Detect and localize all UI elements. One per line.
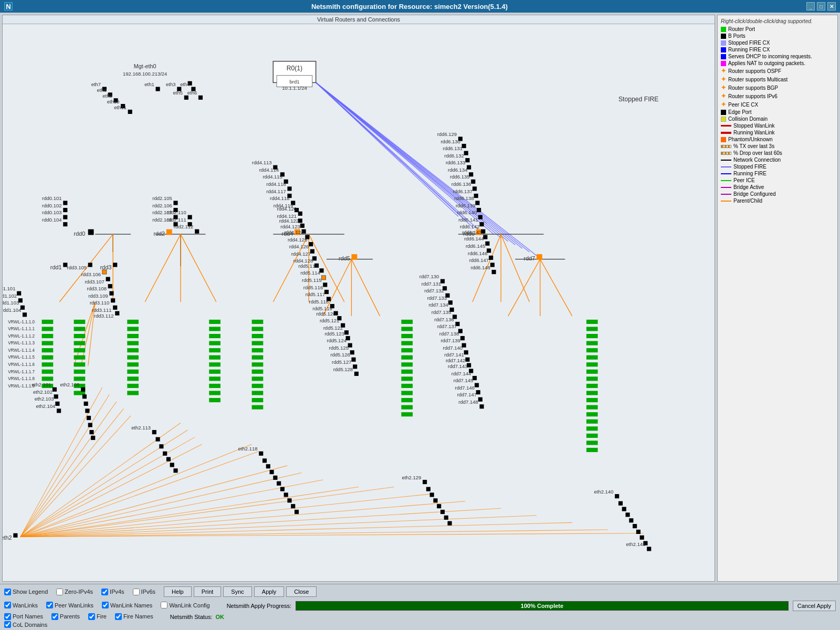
minimize-button[interactable]: _ xyxy=(806,2,815,10)
svg-text:rdd5.122: rdd5.122 xyxy=(323,325,343,331)
svg-rect-368 xyxy=(401,355,413,360)
svg-text:rdd5.126: rdd5.126 xyxy=(330,352,350,358)
peer-wan-links-checkbox[interactable] xyxy=(46,602,53,608)
parents-checkbox[interactable] xyxy=(51,613,58,620)
svg-text:eth2.101: eth2.101 xyxy=(32,382,51,387)
svg-text:rdd5.117: rdd5.117 xyxy=(306,291,325,297)
legend-label: % TX over last 3s xyxy=(733,143,774,149)
svg-rect-429 xyxy=(284,492,288,497)
legend-color-bridge-config xyxy=(721,194,731,195)
svg-text:VRWL-1.1.1.4: VRWL-1.1.1.4 xyxy=(8,348,35,353)
svg-text:brd1: brd1 xyxy=(289,79,299,85)
legend-color-stopped-fire-cx xyxy=(721,40,726,46)
close-button[interactable]: Close xyxy=(286,586,317,597)
svg-text:rdd5.116: rdd5.116 xyxy=(303,285,323,290)
legend-label: Router supports IPv6 xyxy=(728,93,778,99)
legend-color-phantom xyxy=(721,137,726,142)
status-value: OK xyxy=(216,614,225,620)
svg-rect-362 xyxy=(252,405,264,410)
ipv4s-checkbox[interactable] xyxy=(101,589,108,595)
svg-text:rdd6.133: rdd6.133 xyxy=(446,160,465,165)
svg-rect-356 xyxy=(252,362,264,366)
svg-rect-428 xyxy=(280,487,285,491)
svg-text:rdd6.134: rdd6.134 xyxy=(448,167,467,173)
maximize-button[interactable]: □ xyxy=(817,2,825,10)
svg-rect-336 xyxy=(127,384,139,388)
svg-text:rdd6.135: rdd6.135 xyxy=(450,174,469,180)
cancel-apply-button[interactable]: Cancel Apply xyxy=(793,601,836,611)
fire-checkbox[interactable] xyxy=(88,613,95,620)
svg-rect-204 xyxy=(474,194,478,198)
svg-text:rdd7.139: rdd7.139 xyxy=(440,338,460,343)
svg-rect-96 xyxy=(63,208,67,212)
help-button[interactable]: Help xyxy=(164,586,192,597)
port-names-checkbox[interactable] xyxy=(4,613,11,620)
title-bar: N Netsmith configuration for Resource: s… xyxy=(0,0,840,13)
svg-text:rdd3.105: rdd3.105 xyxy=(67,265,87,270)
svg-rect-328 xyxy=(127,327,139,331)
show-legend-checkbox[interactable] xyxy=(4,589,11,595)
fire-names-checkbox[interactable] xyxy=(115,613,122,620)
wan-link-names-checkbox[interactable] xyxy=(102,602,109,608)
svg-rect-296 xyxy=(42,320,54,324)
legend-item-collision-domain: Collision Domain xyxy=(721,116,834,122)
svg-rect-303 xyxy=(42,370,54,374)
wan-link-config-checkbox[interactable] xyxy=(161,602,167,608)
ipv4s-label: IPv4s xyxy=(110,589,124,595)
checkboxes-row3: Port Names Parents Fire Fire Names Netsm… xyxy=(4,613,836,620)
ipv6s-checkbox[interactable] xyxy=(133,589,140,595)
svg-rect-440 xyxy=(444,516,448,520)
print-button[interactable]: Print xyxy=(194,586,222,597)
checkboxes-row: Show Legend Zero-IPv4s IPv4s IPv6s Help … xyxy=(4,586,317,597)
svg-rect-369 xyxy=(401,362,413,366)
svg-rect-380 xyxy=(586,341,598,345)
svg-text:VRWL-1.1.1.8: VRWL-1.1.1.8 xyxy=(8,376,35,381)
svg-rect-218 xyxy=(485,242,489,246)
svg-rect-272 xyxy=(88,262,92,267)
svg-rect-126 xyxy=(287,186,291,191)
col-domains-checkbox[interactable] xyxy=(4,621,11,628)
svg-text:rdd6.131: rdd6.131 xyxy=(443,145,463,151)
svg-rect-449 xyxy=(636,530,640,534)
svg-rect-444 xyxy=(618,501,623,506)
svg-rect-200 xyxy=(471,180,475,184)
svg-text:rdd1: rdd1 xyxy=(50,264,62,270)
svg-text:eth9: eth9 xyxy=(102,93,112,99)
svg-text:rdd7.131: rdd7.131 xyxy=(422,281,441,287)
apply-button[interactable]: Apply xyxy=(254,586,285,597)
show-legend-checkbox-group: Show Legend xyxy=(4,586,48,597)
sync-button[interactable]: Sync xyxy=(223,586,251,597)
svg-text:R0(1): R0(1) xyxy=(287,65,302,72)
svg-rect-393 xyxy=(586,434,598,438)
svg-rect-394 xyxy=(586,440,598,445)
svg-rect-226 xyxy=(492,270,496,274)
svg-text:rdd1.101: rdd1.101 xyxy=(3,286,15,291)
svg-rect-358 xyxy=(252,376,264,381)
svg-rect-266 xyxy=(480,404,484,408)
wan-links-checkbox[interactable] xyxy=(4,602,11,608)
wan-link-config-label: WanLink Config xyxy=(169,602,209,608)
zero-ipv4s-checkbox[interactable] xyxy=(56,589,63,595)
svg-rect-351 xyxy=(252,327,264,331)
svg-text:rdd2.112: rdd2.112 xyxy=(174,224,193,229)
svg-text:rdd7.142: rdd7.142 xyxy=(446,358,465,363)
svg-rect-335 xyxy=(127,376,139,381)
svg-rect-82 xyxy=(156,87,160,91)
svg-text:rdd3.110: rdd3.110 xyxy=(90,300,109,306)
svg-rect-297 xyxy=(42,327,54,331)
svg-rect-184 xyxy=(354,372,359,376)
svg-rect-446 xyxy=(626,512,630,517)
svg-text:rdd2.111: rdd2.111 xyxy=(166,217,186,223)
netsmith-status-row: Netsmith Status: OK xyxy=(170,614,224,620)
svg-text:rdd6.148: rdd6.148 xyxy=(470,265,490,270)
close-button[interactable]: ✕ xyxy=(827,2,836,10)
legend-label: Applies NAT to outgoing packets. xyxy=(728,60,805,66)
svg-rect-450 xyxy=(640,536,644,540)
svg-rect-276 xyxy=(106,277,110,281)
svg-text:rdd3.106: rdd3.106 xyxy=(81,271,101,277)
svg-rect-92 xyxy=(88,229,94,235)
svg-rect-316 xyxy=(74,320,86,324)
legend-color-b-ports xyxy=(721,34,726,39)
network-diagram: R0(1) brd1 10.1.1.1/24 xyxy=(3,24,715,580)
network-canvas[interactable]: R0(1) brd1 10.1.1.1/24 xyxy=(3,24,715,580)
